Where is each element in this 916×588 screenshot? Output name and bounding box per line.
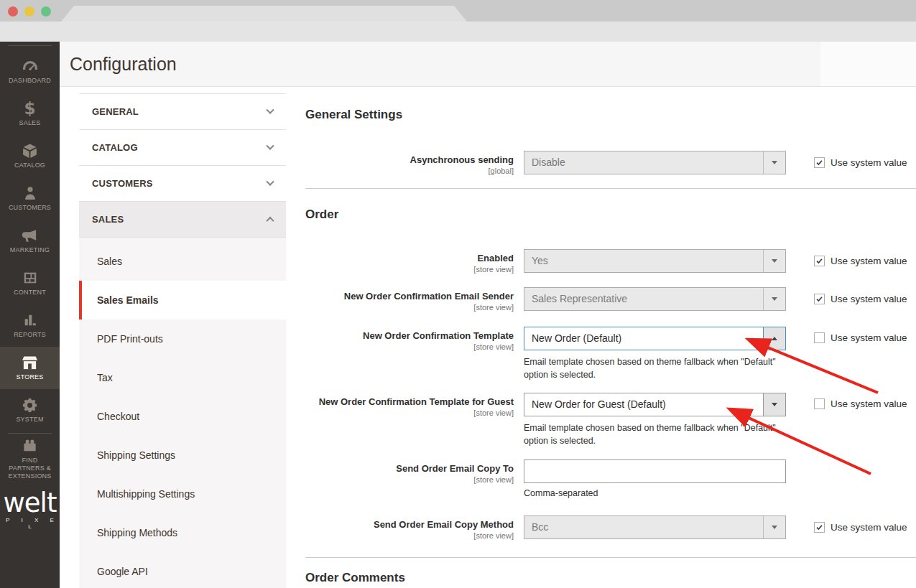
field-scope: [global] xyxy=(305,167,514,175)
use-system-value-checkbox[interactable]: Use system value xyxy=(814,256,907,266)
sidebar-divider xyxy=(8,45,52,46)
config-nav-item-google-api[interactable]: Google API xyxy=(79,552,286,588)
select-value: New Order for Guest (Default) xyxy=(524,393,763,416)
checkbox-checked-icon xyxy=(814,157,825,168)
brand-name: welt xyxy=(0,491,60,515)
sidebar-item-sales[interactable]: $ SALES xyxy=(0,93,60,135)
sidebar-item-label: SALES xyxy=(19,119,40,127)
field-label: New Order Confirmation Template for Gues… xyxy=(305,396,514,408)
header-corner xyxy=(820,42,916,86)
sidebar-item-label: CUSTOMERS xyxy=(9,204,51,212)
config-nav-item-shipping-settings[interactable]: Shipping Settings xyxy=(79,436,286,475)
customers-icon xyxy=(22,185,38,202)
sidebar-item-label: MARKETING xyxy=(10,246,50,254)
sidebar-item-find-partners[interactable]: FIND PARTNERS & EXTENSIONS xyxy=(0,435,60,482)
use-system-value-checkbox[interactable]: Use system value xyxy=(814,522,907,533)
send-order-email-copy-to-input[interactable] xyxy=(524,459,786,483)
field-label: Asynchronous sending xyxy=(305,154,514,166)
config-nav-sales-sublist: Sales Sales Emails PDF Print-outs Tax Ch… xyxy=(79,238,286,588)
select-value: Disable xyxy=(524,151,763,174)
config-nav-item-checkout[interactable]: Checkout xyxy=(79,397,286,436)
sidebar-item-catalog[interactable]: CATALOG xyxy=(0,135,60,177)
field-note: Email template chosen based on theme fal… xyxy=(524,355,786,381)
browser-toolbar xyxy=(0,22,916,42)
config-nav-item-multishipping-settings[interactable]: Multishipping Settings xyxy=(79,475,286,513)
sidebar-item-stores[interactable]: STORES xyxy=(0,347,60,389)
new-order-template-guest-select[interactable]: New Order for Guest (Default) xyxy=(524,393,786,416)
use-system-value-checkbox[interactable]: Use system value xyxy=(814,157,907,168)
sidebar-item-customers[interactable]: CUSTOMERS xyxy=(0,177,60,220)
select-value: Sales Representative xyxy=(524,288,763,310)
field-scope: [store view] xyxy=(305,531,514,540)
form-row-new-order-template: New Order Confirmation Template [store v… xyxy=(305,327,916,381)
use-system-value-checkbox[interactable]: Use system value xyxy=(814,398,907,409)
config-nav-item-pdf-print-outs[interactable]: PDF Print-outs xyxy=(79,319,286,358)
config-nav-section-customers[interactable]: CUSTOMERS xyxy=(79,166,286,202)
select-value: New Order (Default) xyxy=(524,327,763,350)
page-title: Configuration xyxy=(70,54,177,75)
sidebar-item-label: REPORTS xyxy=(14,331,46,339)
select-value: Bcc xyxy=(524,516,763,538)
enabled-select[interactable]: Yes xyxy=(524,249,786,273)
email-sender-select[interactable]: Sales Representative xyxy=(524,287,786,311)
admin-sidebar: DASHBOARD $ SALES CATALOG CUSTOMERS xyxy=(0,42,60,588)
dashboard-icon xyxy=(22,57,39,75)
window-close-button[interactable] xyxy=(8,6,18,17)
chevron-up-icon xyxy=(266,216,274,224)
field-label: New Order Confirmation Email Sender xyxy=(305,291,514,302)
browser-tab[interactable] xyxy=(61,6,467,22)
new-order-template-select[interactable]: New Order (Default) xyxy=(524,327,786,350)
config-nav-item-sales-emails[interactable]: Sales Emails xyxy=(79,281,286,319)
asynchronous-sending-select[interactable]: Disable xyxy=(524,151,786,174)
extensions-icon xyxy=(22,437,38,454)
sidebar-item-label: CATALOG xyxy=(14,162,45,169)
sidebar-item-marketing[interactable]: MARKETING xyxy=(0,220,60,262)
config-nav: GENERAL CATALOG CUSTOMERS SALES xyxy=(79,87,286,588)
select-dropdown-arrow-icon xyxy=(763,288,785,310)
select-dropdown-arrow-icon xyxy=(763,151,785,174)
window-zoom-button[interactable] xyxy=(41,6,51,17)
field-scope: [store view] xyxy=(305,475,514,484)
config-nav-section-catalog[interactable]: CATALOG xyxy=(79,130,286,166)
use-system-value-checkbox[interactable]: Use system value xyxy=(814,332,907,343)
weltpixel-logo: welt P I X E L xyxy=(0,491,60,530)
config-nav-item-sales[interactable]: Sales xyxy=(79,242,286,281)
config-nav-section-sales[interactable]: SALES xyxy=(79,202,286,238)
select-dropdown-arrow-icon xyxy=(763,393,785,416)
field-scope: [store view] xyxy=(305,265,514,274)
use-system-value-checkbox[interactable]: Use system value xyxy=(814,294,907,304)
checkbox-unchecked-icon xyxy=(814,332,825,343)
sidebar-item-label: STORES xyxy=(16,373,43,381)
field-scope: [store view] xyxy=(305,342,514,351)
chevron-down-icon xyxy=(266,106,274,113)
field-scope: [store view] xyxy=(305,303,514,312)
config-nav-section-general[interactable]: GENERAL xyxy=(79,94,286,130)
checkbox-checked-icon xyxy=(814,294,825,304)
checkbox-checked-icon xyxy=(814,256,825,266)
brand-subtitle: P I X E L xyxy=(0,517,60,530)
field-note: Comma-separated xyxy=(524,487,786,500)
config-nav-item-tax[interactable]: Tax xyxy=(79,358,286,397)
window-minimize-button[interactable] xyxy=(24,6,34,17)
content-icon xyxy=(22,269,38,286)
page-header: Configuration xyxy=(60,42,916,87)
chevron-down-icon xyxy=(266,177,274,185)
system-icon xyxy=(22,396,38,414)
field-label: Send Order Email Copy Method xyxy=(305,519,514,531)
config-nav-item-shipping-methods[interactable]: Shipping Methods xyxy=(79,513,286,552)
field-label: Send Order Email Copy To xyxy=(305,463,514,475)
select-value: Yes xyxy=(524,250,763,272)
window-controls xyxy=(8,6,51,17)
form-row-new-order-email-sender: New Order Confirmation Email Sender [sto… xyxy=(305,287,916,312)
sidebar-item-label: CONTENT xyxy=(14,289,46,297)
chevron-down-icon xyxy=(266,141,274,149)
sidebar-item-dashboard[interactable]: DASHBOARD xyxy=(0,50,60,93)
section-title-order: Order xyxy=(305,207,916,222)
copy-method-select[interactable]: Bcc xyxy=(524,515,786,539)
select-dropdown-arrow-icon xyxy=(763,250,785,272)
sidebar-item-reports[interactable]: REPORTS xyxy=(0,304,60,347)
marketing-icon xyxy=(22,227,38,244)
sidebar-item-system[interactable]: SYSTEM xyxy=(0,389,60,431)
section-title-general-settings: General Settings xyxy=(305,108,916,122)
sidebar-item-content[interactable]: CONTENT xyxy=(0,262,60,304)
